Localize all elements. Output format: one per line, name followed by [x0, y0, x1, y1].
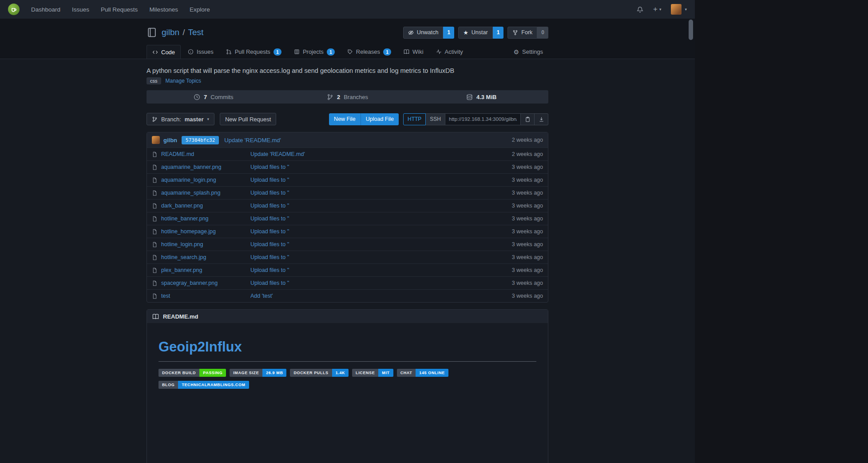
file-name-link[interactable]: test	[161, 293, 170, 299]
commits-stat[interactable]: 7 Commits	[147, 90, 281, 104]
file-name-link[interactable]: hotline_banner.png	[161, 216, 208, 222]
tab-activity[interactable]: Activity	[431, 45, 468, 59]
unwatch-button[interactable]: Unwatch	[403, 27, 444, 39]
clone-url-input[interactable]	[445, 113, 521, 125]
commit-message-link[interactable]: Upload files to ''	[250, 190, 485, 196]
tab-releases[interactable]: Releases 1	[342, 45, 396, 59]
fork-button[interactable]: Fork	[507, 27, 537, 39]
commit-message-link[interactable]: Upload files to ''	[250, 164, 485, 170]
commit-hash-badge[interactable]: 57384bfc32	[182, 136, 219, 144]
repo-name-link[interactable]: Test	[188, 28, 203, 37]
eye-slash-icon	[408, 30, 414, 36]
file-name-link[interactable]: spacegray_banner.png	[161, 280, 218, 286]
file-age: 3 weeks ago	[485, 228, 543, 235]
repo-size: 4.3 MiB	[476, 94, 497, 100]
commit-message-link[interactable]: Upload files to ''	[250, 228, 485, 235]
star-icon: ★	[463, 30, 468, 36]
tab-label: Activity	[445, 48, 463, 55]
tab-projects[interactable]: Projects 1	[289, 45, 340, 59]
tab-settings[interactable]: ⚙ Settings	[508, 45, 548, 59]
repo-owner-link[interactable]: gilbn	[162, 28, 179, 37]
fork-icon	[512, 30, 518, 36]
nav-dashboard[interactable]: Dashboard	[31, 6, 60, 13]
watchers-count[interactable]: 1	[443, 27, 454, 39]
commit-message-link[interactable]: Add 'test'	[250, 293, 485, 299]
stars-count[interactable]: 1	[493, 27, 504, 39]
commit-message-link[interactable]: Update 'README.md'	[250, 151, 485, 157]
upload-file-button[interactable]: Upload File	[361, 113, 399, 125]
file-age: 3 weeks ago	[485, 267, 543, 273]
nav-milestones[interactable]: Milestones	[149, 6, 178, 13]
file-age: 3 weeks ago	[485, 241, 543, 247]
commit-message-link[interactable]: Upload files to ''	[250, 203, 485, 209]
nav-explore[interactable]: Explore	[190, 6, 210, 13]
file-icon	[152, 280, 158, 286]
file-age: 3 weeks ago	[485, 216, 543, 222]
new-file-button[interactable]: New File	[329, 113, 361, 125]
file-name-link[interactable]: aquamarine_banner.png	[161, 164, 222, 170]
commit-author-link[interactable]: gilbn	[163, 137, 177, 144]
table-row: README.md Update 'README.md' 2 weeks ago	[147, 148, 548, 160]
latest-commit-message[interactable]: Update 'README.md'	[224, 137, 281, 144]
commit-author-avatar[interactable]	[152, 136, 160, 144]
topic-chip-css[interactable]: css	[147, 77, 161, 84]
vertical-scrollbar-thumb[interactable]	[689, 20, 693, 40]
book-icon	[152, 313, 159, 320]
tab-label: Settings	[522, 48, 543, 55]
branches-stat[interactable]: 2 Branches	[281, 90, 415, 104]
browser-viewport: Dashboard Issues Pull Requests Milestone…	[0, 0, 695, 463]
commit-message-link[interactable]: Upload files to ''	[250, 267, 485, 273]
pulse-icon	[436, 49, 442, 55]
commit-message-link[interactable]: Upload files to ''	[250, 241, 485, 247]
file-name-link[interactable]: aquamarine_splash.png	[161, 190, 220, 196]
table-row: aquamarine_banner.png Upload files to ''…	[147, 160, 548, 173]
new-pull-request-button[interactable]: New Pull Request	[220, 113, 276, 125]
commit-message-link[interactable]: Upload files to ''	[250, 280, 485, 286]
commit-message-link[interactable]: Upload files to ''	[250, 216, 485, 222]
branch-selector[interactable]: Branch: master ▾	[147, 113, 214, 125]
tab-issues[interactable]: Issues	[182, 45, 219, 59]
nav-pull-requests[interactable]: Pull Requests	[101, 6, 138, 13]
forks-count[interactable]: 0	[537, 27, 548, 39]
nav-issues[interactable]: Issues	[72, 6, 89, 13]
bell-icon[interactable]	[637, 6, 643, 13]
file-icon	[152, 293, 158, 299]
download-button[interactable]	[535, 113, 548, 125]
http-toggle-button[interactable]: HTTP	[403, 113, 426, 125]
file-name-link[interactable]: dark_banner.png	[161, 203, 203, 209]
commit-message-link[interactable]: Upload files to ''	[250, 254, 485, 260]
repo-action-buttons: Unwatch 1 ★ Unstar 1 Fo	[403, 27, 548, 39]
file-name-link[interactable]: hotline_homepage.jpg	[161, 228, 216, 235]
create-new-menu[interactable]: +▾	[653, 5, 661, 14]
commit-message-link[interactable]: Upload files to ''	[250, 177, 485, 183]
file-icon	[152, 190, 158, 196]
gitea-logo[interactable]	[8, 4, 20, 15]
file-name-link[interactable]: hotline_login.png	[161, 241, 203, 247]
copy-url-button[interactable]	[521, 113, 535, 125]
file-name-link[interactable]: hotline_search.jpg	[161, 254, 206, 260]
avatar[interactable]	[671, 4, 682, 15]
file-name-cell: hotline_homepage.jpg	[152, 228, 250, 235]
tab-code[interactable]: Code	[147, 45, 181, 59]
ssh-toggle-button[interactable]: SSH	[426, 113, 445, 125]
manage-topics-link[interactable]: Manage Topics	[166, 78, 202, 84]
code-toolbar: Branch: master ▾ New Pull Request New Fi…	[147, 113, 548, 125]
file-age: 3 weeks ago	[485, 293, 543, 299]
heading-divider	[159, 361, 536, 362]
chevron-down-icon: ▾	[659, 7, 662, 12]
unstar-button[interactable]: ★ Unstar	[458, 27, 492, 39]
file-name-link[interactable]: README.md	[161, 151, 194, 157]
tab-label: Wiki	[412, 48, 424, 55]
star-group: ★ Unstar 1	[458, 27, 503, 39]
tab-pull-requests[interactable]: Pull Requests 1	[221, 45, 287, 59]
tab-wiki[interactable]: Wiki	[398, 45, 429, 59]
database-icon	[466, 94, 473, 100]
file-list: README.md Update 'README.md' 2 weeks ago…	[147, 148, 548, 302]
file-icon	[152, 152, 158, 157]
file-name-link[interactable]: aquamarine_login.png	[161, 177, 216, 183]
file-name-cell: hotline_banner.png	[152, 216, 250, 222]
file-name-link[interactable]: plex_banner.png	[161, 267, 202, 273]
gear-icon: ⚙	[513, 49, 519, 55]
badge-label: IMAGE SIZE	[230, 369, 262, 377]
user-menu[interactable]: ▾	[671, 4, 687, 15]
